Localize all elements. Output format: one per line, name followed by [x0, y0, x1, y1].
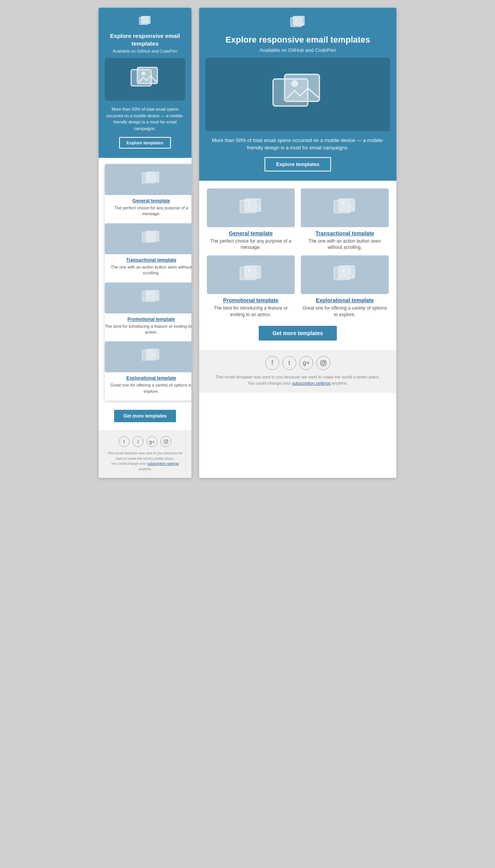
desktop-template-0: General template The perfect choice for …	[207, 188, 295, 251]
mobile-template-name-1[interactable]: Transactional template	[105, 257, 191, 263]
mobile-thumb-0	[105, 164, 191, 195]
svg-point-38	[341, 269, 345, 272]
mobile-footer-text: This email template was sent to you beca…	[105, 451, 185, 472]
desktop-instagram-icon[interactable]	[316, 356, 330, 370]
desktop-email-preview: Explore responsive email templates Avail…	[199, 8, 396, 478]
mobile-hero-title: Explore responsive email templates	[105, 32, 185, 47]
mobile-hero-image	[105, 58, 185, 101]
desktop-hero-title: Explore responsive email templates	[205, 34, 390, 46]
mobile-email-preview: Explore responsive email templates Avail…	[99, 8, 191, 478]
desktop-template-1: Transactional template The one with an a…	[301, 188, 389, 251]
desktop-template-name-2[interactable]: Promotional template	[207, 297, 295, 303]
desktop-footer-text: This email template was sent to you beca…	[205, 374, 390, 387]
svg-point-11	[148, 233, 151, 236]
desktop-google-icon[interactable]: g+	[299, 356, 313, 370]
svg-point-40	[322, 361, 325, 364]
desktop-hero-icon	[205, 15, 390, 31]
desktop-template-2: Promotional template The best for introd…	[207, 255, 295, 318]
desktop-template-3: Explorational template Great one for off…	[301, 255, 389, 318]
mobile-explore-button[interactable]: Explore templates	[119, 137, 171, 149]
desktop-explore-button[interactable]: Explore templates	[265, 157, 331, 171]
svg-rect-31	[338, 199, 354, 211]
mobile-template-3: Explorational template Great one for off…	[105, 341, 191, 394]
svg-point-26	[291, 80, 298, 87]
mobile-google-icon[interactable]: g+	[147, 436, 157, 447]
desktop-facebook-icon[interactable]: f	[265, 356, 279, 370]
svg-point-20	[167, 440, 167, 441]
svg-rect-25	[285, 74, 319, 101]
svg-point-29	[248, 202, 251, 205]
svg-rect-7	[146, 172, 159, 182]
desktop-thumb-1	[301, 188, 389, 227]
mobile-get-more-button[interactable]: Get more templates	[114, 410, 176, 422]
desktop-template-desc-0: The perfect choice for any purpose of a …	[207, 238, 295, 251]
svg-rect-13	[146, 290, 159, 301]
desktop-template-name-0[interactable]: General template	[207, 230, 295, 236]
svg-point-41	[324, 361, 325, 361]
desktop-hero-body: More than 50% of total email opens occur…	[205, 137, 390, 152]
mobile-hero-body: More than 50% of total email opens occur…	[105, 106, 185, 132]
svg-point-23	[295, 19, 297, 21]
mobile-facebook-icon[interactable]: f	[119, 436, 130, 447]
mobile-template-2: Promotional template The best for introd…	[105, 282, 191, 336]
desktop-hero-subtitle: Available on GitHub and CodePen	[205, 47, 390, 53]
desktop-subscription-link[interactable]: subscription settings	[292, 381, 331, 385]
mobile-templates-section: General template The perfect choice for …	[99, 158, 191, 407]
mobile-template-name-0[interactable]: General template	[105, 198, 191, 204]
mobile-thumb-1	[105, 223, 191, 254]
svg-rect-39	[321, 360, 326, 365]
svg-point-14	[148, 292, 151, 295]
svg-point-32	[341, 202, 345, 205]
svg-rect-16	[146, 349, 159, 360]
mobile-template-0: General template The perfect choice for …	[105, 164, 191, 217]
desktop-hero-image	[205, 58, 390, 131]
mobile-footer: f t g+ This email template was sent to y…	[99, 430, 191, 478]
mobile-template-desc-3: Great one for offering a variety of opti…	[105, 382, 191, 394]
desktop-get-more-button[interactable]: Get more templates	[259, 326, 337, 341]
desktop-template-name-3[interactable]: Explorational template	[301, 297, 389, 303]
mobile-twitter-icon[interactable]: t	[133, 436, 143, 447]
svg-rect-37	[338, 266, 354, 279]
svg-point-35	[248, 269, 251, 272]
desktop-template-desc-1: The one with an action button seen witho…	[301, 238, 389, 251]
mobile-template-name-3[interactable]: Explorational template	[105, 375, 191, 381]
svg-point-19	[165, 441, 167, 443]
svg-rect-18	[164, 440, 168, 443]
mobile-hero: Explore responsive email templates Avail…	[99, 8, 191, 158]
mobile-template-desc-2: The best for introducing a feature or in…	[105, 324, 191, 336]
desktop-get-more-section: Get more templates	[199, 322, 396, 350]
desktop-hero: Explore responsive email templates Avail…	[199, 8, 396, 181]
mobile-hero-icon	[105, 15, 185, 29]
desktop-social-icons: f t g+	[205, 356, 390, 370]
mobile-instagram-icon[interactable]	[160, 436, 171, 447]
desktop-template-name-1[interactable]: Transactional template	[301, 230, 389, 236]
mobile-template-grid: General template The perfect choice for …	[105, 164, 191, 401]
svg-rect-34	[244, 266, 260, 279]
svg-point-8	[148, 174, 151, 177]
mobile-thumb-2	[105, 282, 191, 313]
desktop-thumb-3	[301, 255, 389, 294]
desktop-template-grid: General template The perfect choice for …	[199, 181, 396, 322]
desktop-twitter-icon[interactable]: t	[282, 356, 296, 370]
mobile-template-1: Transactional template The one with an a…	[105, 223, 191, 276]
desktop-template-desc-3: Great one for offering a variety of opti…	[301, 305, 389, 318]
mobile-template-name-2[interactable]: Promotional template	[105, 317, 191, 322]
desktop-thumb-2	[207, 255, 295, 294]
mobile-social-icons: f t g+	[105, 436, 185, 447]
mobile-get-more-section: Get more templates	[99, 407, 191, 430]
svg-point-17	[148, 351, 151, 354]
svg-rect-10	[146, 231, 159, 241]
mobile-template-desc-0: The perfect choice for any purpose of a …	[105, 205, 191, 217]
mobile-template-desc-1: The one with an action button seen witho…	[105, 264, 191, 276]
desktop-thumb-0	[207, 188, 295, 227]
svg-rect-28	[244, 199, 260, 211]
desktop-footer: f t g+ This email template was sent to y…	[199, 350, 396, 393]
mobile-hero-subtitle: Available on GitHub and CodePen	[105, 49, 185, 53]
mobile-subscription-link[interactable]: subscription settings	[147, 462, 179, 466]
svg-point-5	[142, 72, 145, 75]
desktop-template-desc-2: The best for introducing a feature or in…	[207, 305, 295, 318]
mobile-thumb-3	[105, 341, 191, 372]
svg-point-2	[143, 19, 145, 20]
